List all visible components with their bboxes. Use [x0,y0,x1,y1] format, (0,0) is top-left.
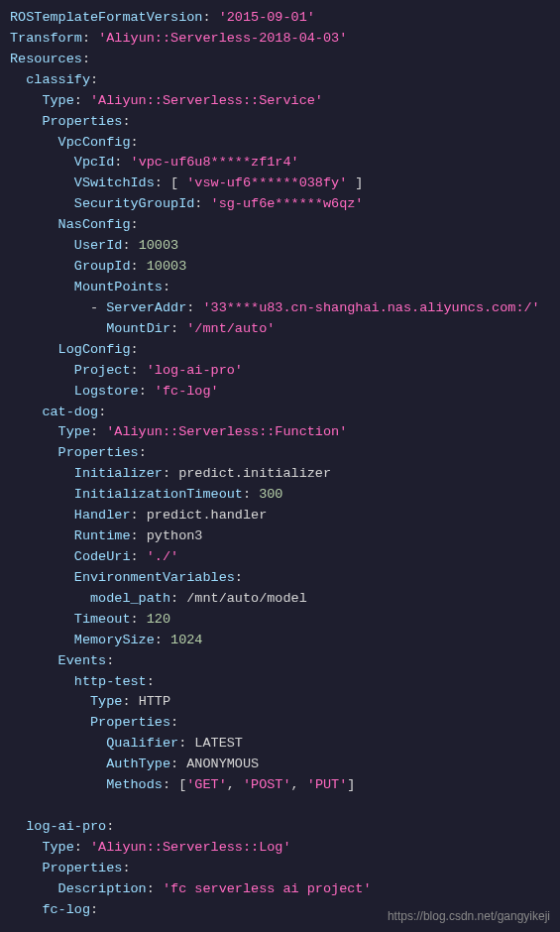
code-line: GroupId: 10003 [10,257,550,278]
code-line: SecurityGroupId: 'sg-uf6e******w6qz' [10,194,550,215]
code-line [10,796,550,817]
code-line: Runtime: python3 [10,526,550,547]
code-line: Project: 'log-ai-pro' [10,361,550,382]
code-line: classify: [10,70,550,91]
code-line: MemorySize: 1024 [10,631,550,651]
code-line: cat-dog: [10,403,550,423]
code-line: Logstore: 'fc-log' [10,382,550,403]
code-line: Initializer: predict.initializer [10,464,550,485]
code-line: Type: HTTP [10,692,550,713]
code-line: VpcConfig: [10,133,550,154]
code-line: Description: 'fc serverless ai project' [10,879,550,900]
code-line: Type: 'Aliyun::Serverless::Service' [10,91,550,112]
code-line: log-ai-pro: [10,817,550,838]
code-line: Events: [10,651,550,672]
code-line: Properties: [10,859,550,879]
code-line: EnvironmentVariables: [10,568,550,589]
code-line: Transform: 'Aliyun::Serverless-2018-04-0… [10,29,550,50]
code-line: CodeUri: './' [10,547,550,568]
code-line: Properties: [10,713,550,734]
code-line: Timeout: 120 [10,610,550,631]
code-line: Resources: [10,50,550,70]
code-line: AuthType: ANONYMOUS [10,755,550,775]
code-line: ROSTemplateFormatVersion: '2015-09-01' [10,8,550,29]
watermark-text: https://blog.csdn.net/gangyikeji [388,907,550,926]
code-line: - ServerAddr: '33****u83.cn-shanghai.nas… [10,298,550,319]
code-line: Handler: predict.handler [10,506,550,526]
code-line: UserId: 10003 [10,236,550,257]
code-line: Type: 'Aliyun::Serverless::Function' [10,422,550,443]
code-line: VSwitchIds: [ 'vsw-uf6******038fy' ] [10,174,550,194]
code-line: Properties: [10,112,550,133]
code-line: MountDir: '/mnt/auto' [10,319,550,340]
code-line: Qualifier: LATEST [10,734,550,755]
code-line: http-test: [10,672,550,693]
code-line: MountPoints: [10,278,550,298]
code-line: Properties: [10,443,550,464]
code-line: Type: 'Aliyun::Serverless::Log' [10,838,550,859]
code-line: NasConfig: [10,215,550,236]
code-line: LogConfig: [10,340,550,361]
code-line: model_path: /mnt/auto/model [10,589,550,610]
code-block: ROSTemplateFormatVersion: '2015-09-01' T… [10,8,550,921]
code-line: InitializationTimeout: 300 [10,485,550,506]
code-line: Methods: ['GET', 'POST', 'PUT'] [10,775,550,796]
code-line: VpcId: 'vpc-uf6u8*****zf1r4' [10,153,550,174]
